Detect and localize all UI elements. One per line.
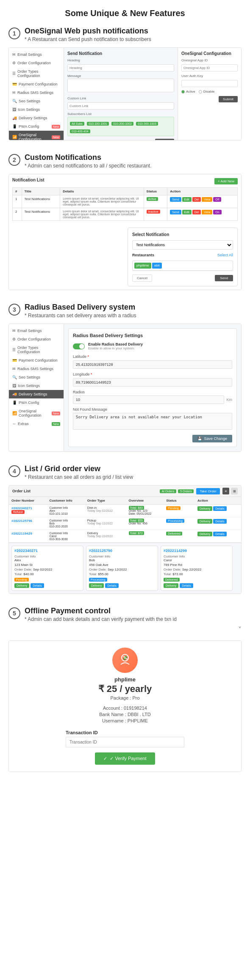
subscriber-3[interactable]: 010-300-1003 xyxy=(136,122,158,126)
page-title: Some Unique & New Features xyxy=(0,0,250,22)
subscriber-1[interactable]: 010-100-1001 xyxy=(87,122,109,126)
card-address-2: 456 Oak Ave xyxy=(89,563,155,567)
view-btn-2[interactable]: View xyxy=(202,210,212,214)
delete-btn-2[interactable]: Del xyxy=(192,210,201,214)
col-title: Title xyxy=(22,188,60,195)
notif-actions-2: Send Edit Del View On xyxy=(167,208,238,221)
send-notif-title: Send Notification xyxy=(67,51,174,56)
select-all-link[interactable]: Select All xyxy=(217,253,233,257)
details-action-1[interactable]: Details xyxy=(213,506,226,511)
card-details-btn-1[interactable]: Details xyxy=(31,583,44,588)
sidebar-item-onesignal[interactable]: 📶 OneSignal Configuration New xyxy=(9,131,64,140)
section-subtitle-2: Admin can send notifications to all / sp… xyxy=(25,163,152,169)
heading-input[interactable] xyxy=(67,64,174,71)
auth-key-label: User Auth Key xyxy=(181,74,238,78)
sidebar-item-seo[interactable]: 🔍 Seo Settings xyxy=(9,97,64,105)
verify-payment-btn[interactable]: ✓ ✓ Verify Payment xyxy=(95,752,155,765)
card-delivery-btn-2[interactable]: Delivery xyxy=(89,583,104,588)
take-order-btn[interactable]: Take Order xyxy=(196,488,220,494)
heading-label: Heading xyxy=(67,58,174,62)
sidebar3-label: Radius SMS Settings xyxy=(17,367,53,371)
subscriber-all[interactable]: All Subs xyxy=(70,122,84,126)
custom-link-input[interactable] xyxy=(67,102,174,110)
sidebar-item-pwa[interactable]: 📱 PWA Config New xyxy=(9,122,64,131)
order-col-customer: Customer Info xyxy=(47,497,84,505)
edit-btn-2[interactable]: Edit xyxy=(182,210,192,214)
sidebar3-item-pwa[interactable]: 📱 PWA Config xyxy=(9,398,64,407)
restaurant-tag-1[interactable]: phpllime xyxy=(134,263,151,269)
envelope-icon: ✉ xyxy=(12,52,16,57)
add-new-notification-btn[interactable]: + Add New xyxy=(214,178,238,184)
sidebar3-item-icon[interactable]: 🖼 Icon Settings xyxy=(9,382,64,390)
card-delivery-btn-3[interactable]: Delivery xyxy=(164,583,178,588)
sidebar3-item-sms[interactable]: ✉ Radius SMS Settings xyxy=(9,365,64,373)
sidebar-item-sms[interactable]: ✉ Radius SMS Settings xyxy=(9,88,64,97)
card-details-btn-2[interactable]: Details xyxy=(105,583,118,588)
subscriber-4[interactable]: 010-400-404 xyxy=(70,129,90,133)
km-label: Km xyxy=(227,398,233,402)
details-action-2[interactable]: Details xyxy=(213,519,226,524)
transaction-id-input[interactable] xyxy=(66,737,184,747)
send-notif-submit-btn[interactable]: Submit xyxy=(155,139,174,140)
delivery-action-1[interactable]: Delivery xyxy=(197,506,212,511)
image-icon: 🖼 xyxy=(12,107,16,112)
view-btn-1[interactable]: View xyxy=(202,197,212,202)
details-action-3[interactable]: Details xyxy=(213,532,226,536)
card-delivery-btn-1[interactable]: Delivery xyxy=(14,583,29,588)
delivery-action-2[interactable]: Delivery xyxy=(197,519,212,524)
onesignal-submit-btn[interactable]: Submit xyxy=(219,96,238,102)
sidebar-item-email[interactable]: ✉ Email Settings xyxy=(9,50,64,59)
app-id-input[interactable] xyxy=(181,64,238,71)
sidebar3-label: Seo Settings xyxy=(19,375,40,379)
longitude-input[interactable] xyxy=(73,378,232,387)
subscriber-2[interactable]: 010-200-1002 xyxy=(111,122,133,126)
transaction-section: Transaction ID ✓ ✓ Verify Payment xyxy=(66,730,184,765)
edit-btn-1[interactable]: Edit xyxy=(182,197,192,202)
restaurant-tag-2[interactable]: abit xyxy=(152,263,162,269)
delivery-action-3[interactable]: Delivery xyxy=(197,532,212,536)
sidebar3-item-extras[interactable]: ↔ Extras New xyxy=(9,420,64,428)
card-order-id-2: #2022125790 xyxy=(89,549,112,553)
save-change-btn[interactable]: 💾 Save Change xyxy=(192,435,232,442)
auth-key-input[interactable] xyxy=(181,80,238,87)
sidebar-item-icon-settings[interactable]: 🖼 Icon Settings xyxy=(9,105,64,114)
latitude-input[interactable] xyxy=(73,360,232,369)
card-date-2: Order Date: Sep 12/2022 xyxy=(89,568,155,571)
sidebar3-item-order-types[interactable]: ☰ Order Types Configuration xyxy=(9,343,64,356)
sidebar3-item-delivery[interactable]: 🚚 Delivery Settings xyxy=(9,390,64,398)
cancel-btn[interactable]: Cancel xyxy=(132,275,152,282)
sidebar-item-order-config[interactable]: ⚙ Order Configuration xyxy=(9,59,64,67)
sidebar3-item-email[interactable]: ✉ Email Settings xyxy=(9,327,64,335)
send-btn-2[interactable]: Send xyxy=(170,210,181,214)
notification-select[interactable]: Test Notifications xyxy=(132,240,233,250)
message-input[interactable] xyxy=(67,79,174,92)
sidebar3-item-seo[interactable]: 🔍 Seo Settings xyxy=(9,373,64,382)
delete-btn-1[interactable]: Del xyxy=(192,197,201,202)
sidebar-item-delivery[interactable]: 🚚 Delivery Settings xyxy=(9,114,64,122)
send-btn-1[interactable]: Send xyxy=(170,197,181,202)
not-found-input[interactable]: Sorry Delivery area is not available nea… xyxy=(73,413,232,430)
order-toolbar: Order List Al Orders 5 Orders Take Order… xyxy=(9,486,241,497)
sidebar3-item-payment[interactable]: 💳 Payment Configuration xyxy=(9,356,64,365)
card-customer-3: Customer InfoCarol xyxy=(164,555,230,562)
sidebar3-item-onesignal[interactable]: 📶 OneSignal Configuration New xyxy=(9,407,64,420)
toggle-btn-2[interactable]: On xyxy=(213,210,221,214)
card-details-btn-3[interactable]: Details xyxy=(180,583,193,588)
grid-view-icon[interactable]: ⊞ xyxy=(231,488,238,494)
modal-title: Select Notification xyxy=(132,232,233,237)
sidebar3-item-order-config[interactable]: ⚙ Order Configuration xyxy=(9,335,64,343)
enable-delivery-toggle[interactable] xyxy=(73,343,85,349)
payment-price: ₹ 25 / yearly xyxy=(16,684,234,695)
radius-input[interactable] xyxy=(73,395,224,404)
payment-icon-wrapper: 💸 xyxy=(112,648,138,673)
active-radio[interactable]: Active xyxy=(181,90,195,93)
toggle-btn-1[interactable]: Off xyxy=(213,197,221,202)
toggle-labels: Enable Radius Based Delivery Enable to a… xyxy=(88,342,143,350)
card-status-row-3: Delivered xyxy=(164,578,230,582)
send-notification-btn[interactable]: Send xyxy=(215,275,233,281)
list-view-icon[interactable]: ≡ xyxy=(222,488,229,494)
sidebar-item-payment[interactable]: 💳 Payment Configuration xyxy=(9,80,64,88)
sidebar-item-order-types[interactable]: ☰ Order Types Configuration xyxy=(9,67,64,80)
notif-list-title: Notification List xyxy=(12,178,44,182)
disable-radio[interactable]: Disable xyxy=(199,90,215,93)
